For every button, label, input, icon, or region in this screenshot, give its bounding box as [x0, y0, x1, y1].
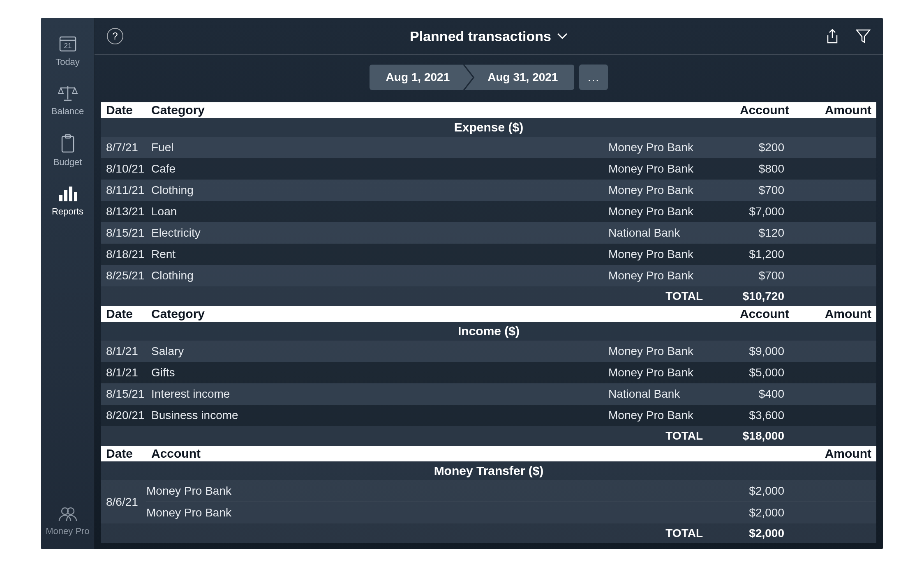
cell-date: 8/7/21	[106, 141, 151, 154]
app-window: 21 Today Balance Budget	[41, 18, 883, 549]
table-row[interactable]: 8/18/21 Rent Money Pro Bank $1,200	[101, 244, 876, 265]
col-header-date: Date	[106, 447, 151, 461]
cell-account: Money Pro Bank	[146, 484, 707, 498]
date-range-end-label: Aug 31, 2021	[487, 71, 558, 84]
date-range-start-label: Aug 1, 2021	[386, 71, 450, 84]
section-total-row: TOTAL $2,000	[101, 523, 876, 543]
cell-category: Clothing	[151, 184, 608, 197]
page-title: Planned transactions	[410, 28, 551, 44]
cell-account: National Bank	[608, 226, 707, 240]
col-header-amount: Amount	[789, 447, 871, 461]
cell-amount: $1,200	[707, 248, 789, 261]
svg-rect-9	[64, 190, 67, 201]
table-row[interactable]: 8/11/21 Clothing Money Pro Bank $700	[101, 180, 876, 201]
cell-amount: $3,600	[707, 409, 789, 422]
table-row[interactable]: 8/25/21 Clothing Money Pro Bank $700	[101, 265, 876, 286]
cell-category: Salary	[151, 345, 608, 358]
cell-category: Cafe	[151, 162, 608, 175]
date-range-start[interactable]: Aug 1, 2021	[370, 65, 473, 90]
svg-rect-10	[69, 187, 72, 201]
cell-category: Rent	[151, 248, 608, 261]
cell-date: 8/15/21	[106, 387, 151, 401]
cell-date: 8/10/21	[106, 162, 151, 175]
cell-account: Money Pro Bank	[608, 162, 707, 175]
cell-date: 8/1/21	[106, 366, 151, 379]
sidebar-item-label: Budget	[53, 157, 82, 167]
sidebar-item-reports[interactable]: Reports	[41, 184, 94, 217]
filter-button[interactable]	[856, 28, 871, 44]
table-row[interactable]: 8/7/21 Fuel Money Pro Bank $200	[101, 137, 876, 158]
svg-rect-8	[59, 195, 62, 201]
ellipsis-icon: ...	[588, 71, 600, 84]
cell-account: Money Pro Bank	[608, 205, 707, 218]
col-header-account: Account	[151, 447, 707, 461]
total-value: $10,720	[707, 290, 789, 303]
section-total-row: TOTAL $10,720	[101, 286, 876, 306]
section-title-transfer: Money Transfer ($)	[101, 461, 876, 480]
total-value: $18,000	[707, 429, 789, 443]
cell-account: Money Pro Bank	[146, 506, 707, 519]
col-header-amount: Amount	[789, 307, 871, 321]
total-label: TOTAL	[151, 527, 707, 540]
share-button[interactable]	[825, 28, 839, 44]
cell-amount: $5,000	[707, 366, 789, 379]
cell-amount: $700	[707, 269, 789, 282]
section-title-income: Income ($)	[101, 322, 876, 341]
cell-amount: $400	[707, 387, 789, 401]
svg-text:21: 21	[64, 42, 72, 50]
cell-date: 8/20/21	[106, 409, 151, 422]
column-header-row-transfer: Date Account Amount	[101, 446, 876, 461]
profile-icon	[58, 506, 78, 523]
section-total-row: TOTAL $18,000	[101, 426, 876, 446]
cell-account: Money Pro Bank	[608, 269, 707, 282]
sidebar-item-balance[interactable]: Balance	[41, 84, 94, 117]
cell-date: 8/1/21	[106, 345, 151, 358]
cell-category: Interest income	[151, 387, 608, 401]
sidebar-item-today[interactable]: 21 Today	[41, 35, 94, 67]
table-row[interactable]: 8/10/21 Cafe Money Pro Bank $800	[101, 158, 876, 180]
report-body: Date Category Account Amount Expense ($)…	[95, 102, 883, 549]
column-header-row: Date Category Account Amount	[101, 102, 876, 118]
transfer-row[interactable]: 8/6/21 Money Pro Bank $2,000 Money Pro B…	[101, 480, 876, 523]
table-row[interactable]: 8/15/21 Electricity National Bank $120	[101, 222, 876, 244]
total-label: TOTAL	[608, 290, 707, 303]
cell-amount: $2,000	[707, 484, 789, 498]
cell-account: Money Pro Bank	[608, 366, 707, 379]
col-header-amount: Amount	[789, 103, 871, 117]
sidebar: 21 Today Balance Budget	[41, 18, 95, 549]
share-icon	[825, 28, 839, 44]
cell-amount: $700	[707, 184, 789, 197]
cell-account: Money Pro Bank	[608, 345, 707, 358]
cell-amount: $120	[707, 226, 789, 240]
cell-category: Business income	[151, 409, 608, 422]
cell-date: 8/13/21	[106, 205, 151, 218]
cell-amount: $200	[707, 141, 789, 154]
cell-date: 8/15/21	[106, 226, 151, 240]
sidebar-profile[interactable]: Money Pro	[41, 506, 94, 537]
page-title-dropdown[interactable]: Planned transactions	[410, 28, 568, 44]
bar-chart-icon	[58, 184, 78, 203]
table-row[interactable]: 8/1/21 Salary Money Pro Bank $9,000	[101, 341, 876, 362]
date-range-end[interactable]: Aug 31, 2021	[464, 65, 574, 90]
col-header-category: Category	[151, 307, 608, 321]
cell-account: National Bank	[608, 387, 707, 401]
date-range-more-button[interactable]: ...	[579, 65, 608, 90]
cell-account: Money Pro Bank	[608, 141, 707, 154]
svg-rect-6	[62, 136, 74, 152]
table-row[interactable]: 8/20/21 Business income Money Pro Bank $…	[101, 405, 876, 426]
section-title-expense: Expense ($)	[101, 118, 876, 137]
sidebar-item-budget[interactable]: Budget	[41, 133, 94, 168]
total-value: $2,000	[707, 527, 789, 540]
filter-icon	[856, 28, 871, 44]
table-row[interactable]: 8/15/21 Interest income National Bank $4…	[101, 383, 876, 405]
table-row[interactable]: 8/1/21 Gifts Money Pro Bank $5,000	[101, 362, 876, 383]
cell-account: Money Pro Bank	[608, 409, 707, 422]
col-header-date: Date	[106, 307, 151, 321]
cell-account: Money Pro Bank	[608, 184, 707, 197]
cell-amount: $9,000	[707, 345, 789, 358]
help-button[interactable]: ?	[107, 28, 123, 44]
cell-category: Loan	[151, 205, 608, 218]
sidebar-item-label: Balance	[51, 106, 84, 116]
table-row[interactable]: 8/13/21 Loan Money Pro Bank $7,000	[101, 201, 876, 222]
cell-amount: $2,000	[707, 506, 789, 519]
